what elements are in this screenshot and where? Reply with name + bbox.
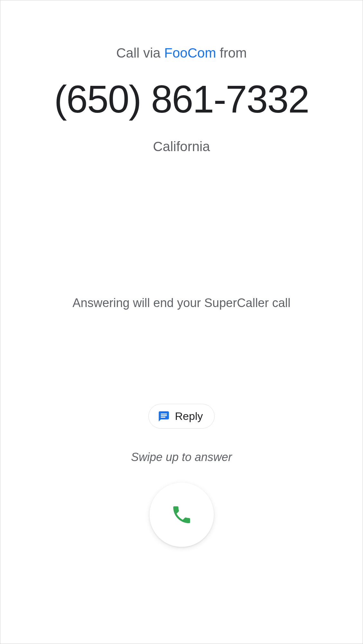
reply-button[interactable]: Reply — [148, 404, 215, 429]
svg-rect-1 — [161, 415, 167, 416]
call-via-suffix: from — [216, 45, 247, 60]
answer-call-button[interactable] — [150, 483, 214, 547]
chat-icon — [158, 410, 170, 422]
caller-location: California — [153, 139, 210, 154]
call-via-label: Call via FooCom from — [116, 45, 247, 61]
phone-icon — [170, 503, 193, 526]
call-conflict-warning: Answering will end your SuperCaller call — [0, 296, 363, 310]
call-via-brand: FooCom — [164, 45, 216, 60]
swipe-hint: Swipe up to answer — [0, 450, 363, 464]
svg-rect-0 — [161, 413, 167, 414]
reply-button-label: Reply — [175, 410, 203, 422]
svg-rect-2 — [161, 417, 165, 418]
incoming-call-screen: Call via FooCom from (650) 861-7332 Cali… — [0, 0, 363, 644]
call-via-prefix: Call via — [116, 45, 164, 60]
caller-phone-number: (650) 861-7332 — [54, 77, 309, 121]
